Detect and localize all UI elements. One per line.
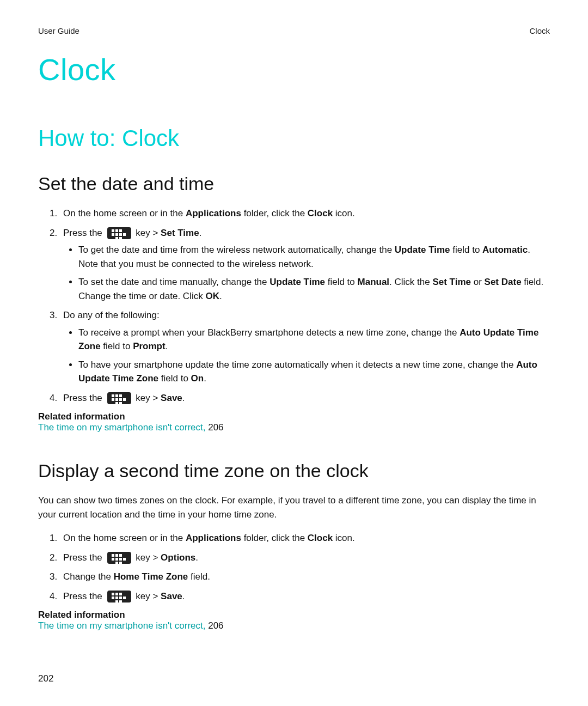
bold: Options [161, 552, 195, 563]
bold: Manual [358, 277, 390, 287]
step-3: Do any of the following: To receive a pr… [60, 308, 550, 386]
bold: Clock [308, 208, 333, 218]
bullet-item: To have your smartphone update the time … [78, 358, 550, 386]
text: To set the date and time manually, chang… [78, 277, 270, 287]
bold: Automatic [482, 245, 528, 255]
bold: Set Date [485, 277, 522, 287]
text: field to [450, 245, 483, 255]
bullet-list: To get the date and time from the wirele… [63, 243, 550, 303]
bold: Clock [308, 533, 333, 543]
page-header: User Guide Clock [38, 26, 550, 35]
text: On the home screen or in the [63, 533, 186, 543]
related-page-number: 206 [208, 422, 223, 433]
chapter-title: Clock [38, 52, 550, 87]
text: Press the [63, 228, 105, 238]
bold: Save [161, 591, 182, 601]
bold: Set Time [161, 228, 199, 238]
text: field to [325, 277, 358, 287]
bold: OK [205, 291, 219, 301]
related-info-row: The time on my smartphone isn't correct,… [38, 620, 550, 631]
related-link[interactable]: The time on my smartphone isn't correct, [38, 620, 208, 631]
text: . [182, 591, 185, 601]
text: folder, click the [241, 208, 308, 218]
text: Press the [63, 393, 105, 403]
menu-key-icon [107, 591, 131, 602]
related-link[interactable]: The time on my smartphone isn't correct, [38, 422, 208, 433]
text: . [182, 393, 185, 403]
related-info-heading: Related information [38, 411, 550, 422]
text: Press the [63, 591, 105, 601]
bold: Applications [186, 533, 241, 543]
text: field. [188, 571, 210, 582]
menu-key-icon [107, 392, 131, 404]
document-page: User Guide Clock Clock How to: Clock Set… [0, 0, 588, 706]
intro-paragraph: You can show two times zones on the cloc… [38, 494, 550, 521]
text: icon. [333, 533, 355, 543]
text: or [471, 277, 485, 287]
step-2: Press the key > Options. [60, 551, 550, 565]
step-1: On the home screen or in the Application… [60, 206, 550, 221]
bold: Update Time [395, 245, 450, 255]
section-set-date-time: Set the date and time On the home screen… [38, 173, 550, 433]
header-right: Clock [529, 26, 550, 35]
bold: On [191, 373, 204, 384]
bullet-item: To set the date and time manually, chang… [78, 275, 550, 303]
ordered-steps: On the home screen or in the Application… [38, 206, 550, 405]
text: To have your smartphone update the time … [78, 360, 516, 370]
header-left: User Guide [38, 26, 79, 35]
text: Do any of the following: [63, 310, 160, 320]
bullet-list: To receive a prompt when your BlackBerry… [63, 326, 550, 386]
section-title: How to: Clock [38, 125, 550, 151]
bold: Applications [186, 208, 241, 218]
bold: Update Time [270, 277, 325, 287]
subsection-title: Set the date and time [38, 173, 550, 194]
step-3: Change the Home Time Zone field. [60, 570, 550, 584]
text: . Click the [389, 277, 432, 287]
step-4: Press the key > Save. [60, 391, 550, 405]
step-4: Press the key > Save. [60, 589, 550, 604]
text: . [195, 552, 198, 563]
text: key > [133, 393, 161, 403]
text: To get the date and time from the wirele… [78, 245, 395, 255]
step-2: Press the key > Set Time. To get the dat… [60, 226, 550, 303]
text: Change the [63, 571, 114, 582]
text: field to [158, 373, 191, 384]
menu-key-icon [107, 552, 131, 564]
ordered-steps: On the home screen or in the Application… [38, 531, 550, 603]
text: . [219, 291, 222, 301]
text: To receive a prompt when your BlackBerry… [78, 327, 460, 338]
text: Press the [63, 552, 105, 563]
bullet-item: To receive a prompt when your BlackBerry… [78, 326, 550, 354]
text: icon. [333, 208, 355, 218]
menu-key-icon [107, 227, 131, 239]
text: key > [133, 552, 161, 563]
related-info-heading: Related information [38, 610, 550, 620]
bold: Set Time [432, 277, 471, 287]
related-info-row: The time on my smartphone isn't correct,… [38, 422, 550, 433]
text: key > [133, 591, 161, 601]
subsection-title: Display a second time zone on the clock [38, 460, 550, 482]
bullet-item: To get the date and time from the wirele… [78, 243, 550, 271]
text: . [199, 228, 202, 238]
text: key > [133, 228, 161, 238]
page-number: 202 [38, 673, 53, 684]
text: folder, click the [241, 533, 308, 543]
text: On the home screen or in the [63, 208, 186, 218]
text: . [204, 373, 206, 384]
bold: Home Time Zone [114, 571, 188, 582]
bold: Prompt [133, 341, 166, 351]
text: field to [101, 341, 133, 351]
related-page-number: 206 [208, 620, 223, 631]
bold: Save [161, 393, 182, 403]
section-second-time-zone: Display a second time zone on the clock … [38, 460, 550, 631]
step-1: On the home screen or in the Application… [60, 531, 550, 545]
text: . [166, 341, 168, 351]
